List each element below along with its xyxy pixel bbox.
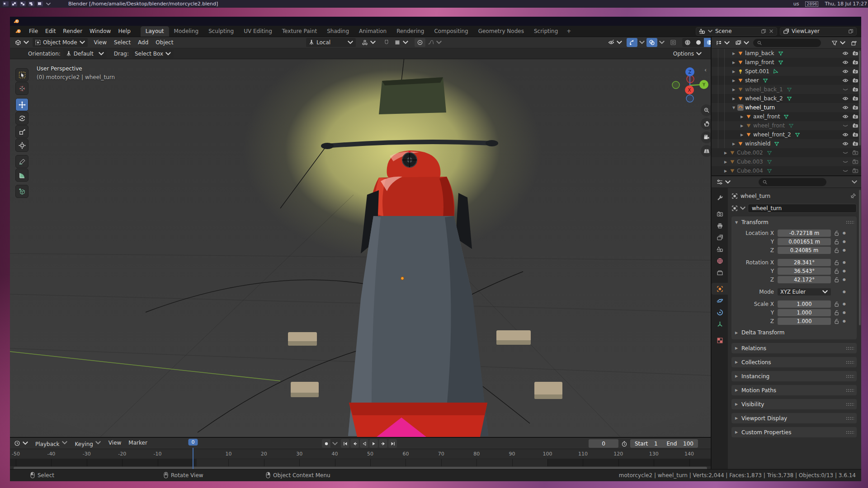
panel-relations[interactable]: ▶Relations	[731, 343, 857, 353]
transform-value-field[interactable]: 36.543°	[778, 267, 831, 275]
next-keyframe-button[interactable]	[379, 439, 387, 448]
tab-scripting[interactable]: Scripting	[529, 26, 563, 37]
timeline-menu-marker[interactable]: Marker	[125, 438, 151, 449]
outliner-display-mode-dropdown[interactable]	[714, 39, 731, 47]
outliner-item-winshield[interactable]: ▶winshield	[712, 139, 861, 148]
jump-to-end-button[interactable]	[388, 439, 397, 448]
viewport-menu-view[interactable]: View	[90, 38, 110, 47]
visibility-eye-icon[interactable]	[842, 113, 849, 120]
tab-compositing[interactable]: Compositing	[429, 26, 473, 37]
shading-solid-button[interactable]	[693, 38, 704, 47]
timeline-ruler[interactable]: -50-40-30-20-100102030405060708090100110…	[10, 449, 711, 459]
proportional-falloff-dropdown[interactable]	[425, 38, 444, 47]
panel-grip-icon[interactable]	[846, 389, 854, 392]
panel-header[interactable]: ▶Collections	[734, 358, 854, 366]
workspace-pager-icon[interactable]	[3, 1, 9, 6]
outliner-item-lamp_back[interactable]: ▶lamp_back	[712, 49, 861, 58]
panel-header[interactable]: ▶Visibility	[734, 400, 854, 408]
blender-menu-button[interactable]	[10, 28, 25, 35]
tab-modeling[interactable]: Modeling	[169, 26, 204, 37]
lock-open-icon[interactable]	[834, 230, 840, 236]
pivot-point-dropdown[interactable]	[359, 38, 378, 47]
workspace-pager-icon[interactable]	[20, 1, 26, 6]
collapse-triangle-icon[interactable]: ▼	[731, 106, 737, 110]
camera-view-button[interactable]	[701, 131, 711, 143]
panel-header[interactable]: ▶Custom Properties	[734, 428, 854, 436]
previous-keyframe-button[interactable]	[350, 439, 359, 448]
menu-edit[interactable]: Edit	[42, 26, 59, 36]
lock-open-icon[interactable]	[834, 268, 840, 274]
visibility-eye-icon[interactable]	[842, 68, 849, 75]
animate-dot-icon[interactable]: ●	[843, 277, 847, 282]
tab-sculpting[interactable]: Sculpting	[203, 26, 239, 37]
lock-open-icon[interactable]	[834, 277, 840, 283]
tab-layout[interactable]: Layout	[141, 26, 169, 37]
play-reverse-button[interactable]	[360, 439, 368, 448]
animate-dot-icon[interactable]: ●	[843, 319, 847, 323]
pan-button[interactable]	[701, 118, 711, 130]
visibility-eye-icon[interactable]	[842, 86, 849, 93]
timeline-menu-keying[interactable]: Keying	[71, 438, 105, 449]
outliner-scrollbar[interactable]	[859, 51, 861, 145]
transform-value-field[interactable]: -0.72718 m	[778, 230, 831, 237]
panel-collections[interactable]: ▶Collections	[731, 357, 857, 367]
new-scene-icon[interactable]	[761, 28, 766, 34]
transform-value-field[interactable]: 0.24085 m	[778, 247, 831, 254]
end-value[interactable]: 100	[683, 441, 693, 447]
lock-open-icon[interactable]	[834, 259, 840, 266]
panel-grip-icon[interactable]	[846, 403, 854, 406]
transform-panel-header[interactable]: ▼ Transform	[734, 218, 854, 226]
zoom-button[interactable]	[701, 104, 711, 116]
visibility-eye-icon[interactable]	[842, 122, 849, 129]
visibility-eye-icon[interactable]	[842, 168, 849, 174]
properties-tab-collection[interactable]	[712, 267, 728, 278]
properties-options-chevron[interactable]	[851, 179, 858, 185]
panel-instancing[interactable]: ▶Instancing	[731, 371, 857, 381]
visibility-eye-icon[interactable]	[842, 104, 849, 111]
object-type-visibility-dropdown[interactable]	[606, 38, 625, 47]
lock-open-icon[interactable]	[834, 301, 840, 307]
transform-value-field[interactable]: 1.000	[778, 300, 831, 308]
visibility-eye-icon[interactable]	[842, 59, 849, 66]
panel-custom-properties[interactable]: ▶Custom Properties	[731, 427, 857, 437]
object-name-field[interactable]: wheel_turn	[748, 204, 857, 213]
outliner-item-wheel_front[interactable]: ▶wheel_front	[712, 121, 861, 130]
lock-open-icon[interactable]	[834, 247, 840, 253]
start-value[interactable]: 1	[654, 441, 658, 447]
tool-rotate[interactable]	[15, 112, 28, 125]
properties-tab-output[interactable]	[712, 220, 728, 231]
outliner-item-lamp_front[interactable]: ▶lamp_front	[712, 58, 861, 67]
snap-toggle[interactable]	[381, 38, 392, 47]
outliner-filter-image-dropdown[interactable]	[734, 39, 751, 47]
editor-type-button[interactable]	[13, 38, 32, 47]
properties-tab-render[interactable]	[712, 208, 728, 220]
panel-visibility[interactable]: ▶Visibility	[731, 399, 857, 409]
visibility-eye-icon[interactable]	[842, 77, 849, 84]
expand-triangle-icon[interactable]: ▶	[722, 151, 729, 155]
render-camera-icon[interactable]	[852, 59, 859, 66]
lock-open-icon[interactable]	[834, 239, 840, 245]
lock-open-icon[interactable]	[834, 318, 840, 324]
tool-transform[interactable]	[15, 139, 28, 152]
new-view-layer-icon[interactable]	[848, 28, 854, 34]
panel-header[interactable]: ▶Relations	[734, 344, 854, 352]
animate-dot-icon[interactable]: ●	[843, 310, 847, 314]
auto-key-options-chevron[interactable]	[332, 441, 338, 447]
animate-dot-icon[interactable]: ●	[843, 248, 847, 252]
transform-value-field[interactable]: 1.000	[778, 318, 831, 325]
tool-add-cube[interactable]	[15, 185, 28, 198]
playhead-line[interactable]	[193, 448, 193, 469]
tab-add-workspace[interactable]: +	[563, 26, 575, 37]
gizmo-options-chevron[interactable]	[639, 39, 645, 46]
mode-selector[interactable]: Object Mode	[33, 38, 88, 47]
menu-help[interactable]: Help	[114, 26, 134, 36]
expand-triangle-icon[interactable]: ▶	[722, 169, 729, 173]
expand-triangle-icon[interactable]: ▶	[731, 79, 737, 83]
render-camera-icon[interactable]	[852, 150, 859, 156]
jump-to-start-button[interactable]	[341, 439, 349, 448]
visibility-eye-icon[interactable]	[842, 131, 849, 138]
render-camera-icon[interactable]	[852, 168, 859, 174]
shading-wireframe-button[interactable]	[682, 38, 693, 47]
viewport-3d[interactable]: User Perspective (0) motorcycle2 | wheel…	[10, 59, 711, 437]
show-gizmo-toggle[interactable]	[627, 38, 637, 47]
